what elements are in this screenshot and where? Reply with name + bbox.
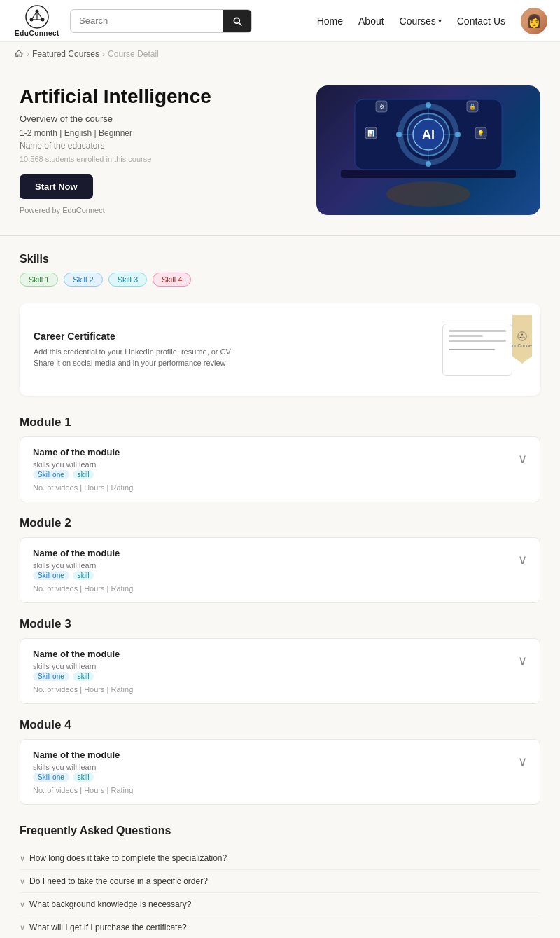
module-2-title: Module 2 [20, 516, 540, 530]
breadcrumb-featured[interactable]: Featured Courses [32, 49, 99, 59]
module-3-section: Module 3 Name of the module skills you w… [20, 617, 540, 704]
module-2-chevron-icon: ∨ [518, 552, 527, 567]
faq-question-4: What will I get if I purchase the certif… [29, 923, 187, 932]
cert-card [442, 324, 512, 376]
svg-text:📊: 📊 [368, 130, 374, 137]
svg-point-14 [426, 102, 431, 108]
cert-bottom-line [449, 349, 495, 350]
module-2-meta: No. of videos | Hours | Rating [33, 584, 518, 593]
module-4-title: Module 4 [20, 718, 540, 732]
certificate-line2: Share it on social media and in your per… [34, 357, 231, 369]
cert-logo: EduConnect [509, 331, 536, 348]
user-avatar-img: 👩 [521, 8, 547, 34]
svg-point-15 [426, 161, 431, 167]
faq-chevron-1: ∨ [20, 854, 25, 863]
module-4-skill-tag-2: skill [73, 773, 94, 782]
faq-item-3[interactable]: ∨ What background knowledge is necessary… [20, 893, 540, 916]
logo-text: EduConnect [15, 29, 59, 37]
navbar: EduConnect Home About Courses ▾ Contact … [0, 0, 560, 42]
module-1-skill-tag-1: Skill one [33, 470, 69, 479]
nav-links: Home About Courses ▾ Contact Us [317, 15, 505, 27]
chevron-down-icon: ▾ [438, 17, 442, 25]
course-hero-image: AI ⚙ 🔒 📊 💡 [316, 85, 540, 215]
skill-tag-2: Skill 2 [64, 273, 102, 287]
svg-text:AI: AI [422, 127, 435, 142]
svg-text:💡: 💡 [477, 130, 484, 137]
module-4-card[interactable]: Name of the module skills you will learn… [20, 739, 540, 805]
module-1-card[interactable]: Name of the module skills you will learn… [20, 436, 540, 502]
module-3-title: Module 3 [20, 617, 540, 631]
ai-hero-graphic: AI ⚙ 🔒 📊 💡 [320, 85, 537, 215]
search-bar [70, 9, 252, 33]
certificate-section: Career Certificate Add this credential t… [20, 303, 540, 396]
faq-item-4[interactable]: ∨ What will I get if I purchase the cert… [20, 916, 540, 938]
breadcrumb: › Featured Courses › Course Detail [0, 42, 560, 66]
cert-line-2 [449, 335, 483, 337]
course-educators: Name of the educators [20, 141, 300, 151]
certificate-image: EduConnect [428, 315, 526, 385]
nav-about[interactable]: About [358, 15, 384, 27]
hero-section: Artificial Intelligence Overview of the … [0, 66, 560, 236]
start-now-button[interactable]: Start Now [20, 174, 93, 199]
search-input[interactable] [71, 11, 223, 31]
svg-text:⚙: ⚙ [379, 104, 384, 110]
cert-line-3 [449, 340, 506, 342]
logo[interactable]: EduConnect [13, 4, 62, 37]
module-2-card-title: Name of the module [33, 548, 518, 558]
module-2-card[interactable]: Name of the module skills you will learn… [20, 537, 540, 603]
certificate-line1: Add this credential to your LinkedIn pro… [34, 346, 231, 358]
nav-courses[interactable]: Courses ▾ [400, 15, 442, 27]
avatar[interactable]: 👩 [521, 8, 547, 34]
faq-chevron-3: ∨ [20, 900, 25, 909]
svg-point-16 [396, 132, 402, 137]
svg-line-36 [522, 334, 524, 337]
faq-item-1[interactable]: ∨ How long does it take to complete the … [20, 847, 540, 870]
cert-line-1 [449, 330, 506, 332]
faq-question-1: How long does it take to complete the sp… [29, 853, 227, 863]
module-3-chevron-icon: ∨ [518, 653, 527, 668]
powered-by: Powered by EduConnect [20, 206, 300, 214]
course-subtitle: Overview of the course [20, 113, 300, 124]
module-1-title: Module 1 [20, 415, 540, 429]
svg-point-17 [455, 132, 461, 137]
module-3-skills-label: skills you will learn [33, 662, 518, 670]
skill-tag-3: Skill 3 [108, 273, 147, 287]
module-4-card-title: Name of the module [33, 750, 518, 760]
breadcrumb-separator-1: › [27, 49, 29, 59]
svg-line-4 [31, 11, 37, 20]
nav-home[interactable]: Home [317, 15, 343, 27]
module-4-section: Module 4 Name of the module skills you w… [20, 718, 540, 805]
logo-icon [24, 4, 50, 29]
certificate-text: Career Certificate Add this credential t… [34, 331, 231, 369]
cert-bookmark: EduConnect [512, 315, 532, 364]
skill-tag-1: Skill 1 [20, 273, 58, 287]
search-button[interactable] [223, 10, 251, 32]
faq-question-2: Do I need to take the course in a specif… [29, 876, 208, 886]
svg-point-22 [386, 181, 470, 207]
module-4-chevron-icon: ∨ [518, 754, 527, 769]
nav-contact[interactable]: Contact Us [457, 15, 505, 27]
hero-content: Artificial Intelligence Overview of the … [20, 85, 300, 214]
module-2-skills-label: skills you will learn [33, 561, 518, 570]
breadcrumb-separator-2: › [102, 49, 105, 59]
module-1-section: Module 1 Name of the module skills you w… [20, 415, 540, 502]
search-icon [232, 15, 243, 27]
module-3-skill-tag-1: Skill one [33, 672, 69, 681]
module-3-card[interactable]: Name of the module skills you will learn… [20, 638, 540, 704]
faq-section: Frequently Asked Questions ∨ How long do… [20, 825, 540, 938]
faq-chevron-4: ∨ [20, 923, 25, 932]
module-2-section: Module 2 Name of the module skills you w… [20, 516, 540, 603]
faq-question-3: What background knowledge is necessary? [29, 899, 191, 909]
module-4-skill-tag-1: Skill one [33, 773, 69, 782]
course-enrolled: 10,568 students enrolled in this course [20, 155, 300, 163]
svg-line-35 [520, 334, 522, 337]
module-1-card-title: Name of the module [33, 447, 518, 457]
breadcrumb-current: Course Detail [108, 49, 159, 59]
faq-item-2[interactable]: ∨ Do I need to take the course in a spec… [20, 870, 540, 893]
home-icon [14, 49, 24, 59]
module-3-skill-tag-2: skill [73, 672, 94, 681]
svg-point-31 [518, 331, 526, 340]
module-1-skills-label: skills you will learn [33, 460, 518, 469]
module-1-meta: No. of videos | Hours | Rating [33, 483, 518, 492]
module-2-skill-tag-2: skill [73, 571, 94, 580]
